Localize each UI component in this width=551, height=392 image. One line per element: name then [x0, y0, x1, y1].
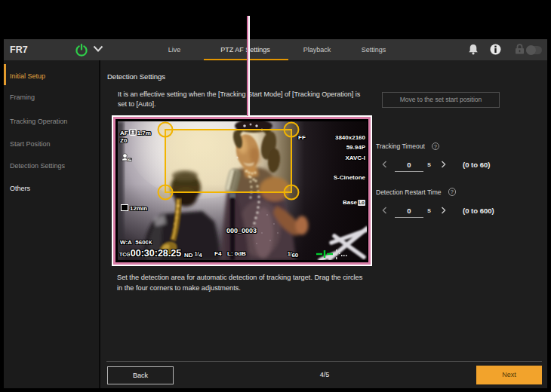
svg-text:OFF: OFF [128, 158, 132, 161]
